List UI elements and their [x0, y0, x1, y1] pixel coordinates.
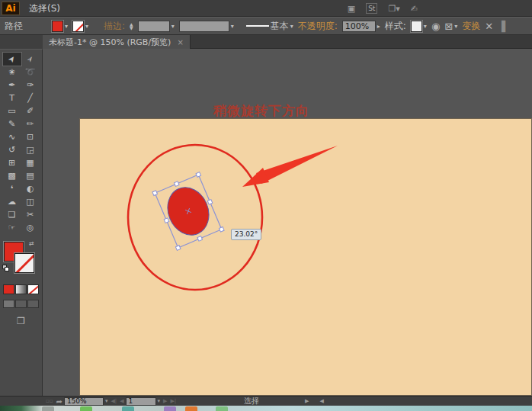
default-fill-stroke-icon[interactable]: [2, 265, 10, 272]
scroll-left-icon[interactable]: ◀: [318, 398, 325, 404]
selection-tool[interactable]: ➤: [3, 53, 21, 66]
width-tool[interactable]: ∿: [3, 130, 21, 143]
stroke-weight-stepper[interactable]: ▲▼: [130, 22, 133, 30]
first-artboard-icon[interactable]: ◀|: [109, 398, 118, 404]
cs-live-icon[interactable]: ✍: [411, 4, 418, 14]
artboard-dropdown-icon[interactable]: ▾: [156, 398, 162, 404]
menubar-right-icons: ▣St❐▾✍: [348, 0, 418, 17]
artboard-number-field[interactable]: 1: [126, 397, 156, 406]
perspective-grid-tool[interactable]: ▦: [21, 156, 40, 169]
windows-taskbar[interactable]: [0, 406, 532, 411]
taskbar-app-1[interactable]: [42, 406, 54, 411]
status-hint-icon: ▫▫: [44, 398, 55, 404]
pencil-tool[interactable]: ✎: [3, 117, 21, 130]
tools-panel: ➤➢✬➰✒✑T╱▭✐✎✏∿⊡↺◲⊞▦▩▤❛◐☁◫❏✂☞◎ ⇄ ❐: [0, 49, 43, 396]
stroke-swatch[interactable]: [72, 21, 84, 32]
mesh-tool[interactable]: ▩: [3, 169, 21, 182]
gradient-tool[interactable]: ▤: [21, 169, 40, 182]
zoom-level-field[interactable]: 150%: [64, 397, 104, 406]
app-logo: Ai: [2, 2, 20, 15]
add-anchor-point-tool[interactable]: ✑: [21, 79, 40, 92]
free-transform-tool[interactable]: ⊡: [21, 130, 40, 143]
brush-definition-value: 基本: [271, 20, 289, 33]
stroke-color-proxy[interactable]: [14, 253, 34, 273]
type-tool[interactable]: T: [3, 92, 21, 104]
graph-tool[interactable]: ◫: [21, 195, 40, 208]
taskbar-app-2[interactable]: [80, 406, 92, 411]
gradient-button[interactable]: [15, 284, 27, 294]
control-bar: 路径 ▾ ▾ 描边: ▲▼ ▾ ▾ 基本 ▾ 不透明度: 100% ▸ 样式: …: [0, 17, 532, 35]
blend-tool[interactable]: ◐: [21, 182, 40, 195]
status-bar: ▫▫ ➦ 150% ▾ ◀| ◀ 1 ▾ ▶ ▶| 选择 ▶ ◀: [0, 396, 532, 406]
fill-color-picker[interactable]: ▾: [52, 21, 68, 32]
transform-link[interactable]: 变换: [462, 20, 480, 33]
canvas-annotation-text: 稍微旋转下方向: [213, 102, 309, 120]
stroke-color-picker[interactable]: ▾: [72, 21, 88, 32]
brush-definition-dropdown[interactable]: 基本 ▾: [246, 20, 293, 33]
close-icon[interactable]: ×: [177, 38, 183, 47]
shape-builder-tool[interactable]: ⊞: [3, 156, 21, 169]
style-swatch[interactable]: [411, 21, 422, 32]
arrange-documents-icon[interactable]: ▣: [348, 4, 355, 14]
color-button[interactable]: [3, 284, 14, 294]
line-segment-tool[interactable]: ╱: [21, 92, 40, 104]
swap-fill-stroke-icon[interactable]: ⇄: [29, 240, 34, 247]
opacity-dropdown[interactable]: 100% ▸: [342, 21, 380, 32]
stroke-weight-label[interactable]: 描边:: [104, 20, 125, 33]
direct-selection-tool[interactable]: ➢: [21, 53, 40, 66]
opacity-link[interactable]: 不透明度:: [298, 20, 338, 33]
fill-swatch[interactable]: [52, 21, 63, 32]
chevron-down-icon: ▾: [171, 23, 175, 30]
stroke-weight-value[interactable]: [138, 21, 170, 32]
taskbar-app-5[interactable]: [185, 406, 197, 411]
select-similar-dropdown[interactable]: ⊠ ▾: [444, 21, 457, 32]
rotate-tool[interactable]: ↺: [3, 143, 21, 156]
stroke-weight-dropdown[interactable]: ▾: [138, 21, 175, 32]
draw-normal-button[interactable]: [3, 300, 14, 308]
draw-behind-button[interactable]: [15, 300, 27, 308]
hand-tool[interactable]: ☞: [3, 221, 21, 234]
last-artboard-icon[interactable]: ▶|: [168, 398, 178, 404]
recolor-artwork-icon[interactable]: ◉: [431, 21, 440, 32]
taskbar-app-4[interactable]: [164, 406, 176, 411]
prev-artboard-icon[interactable]: ◀: [118, 398, 125, 404]
taskbar-app-6[interactable]: [216, 406, 228, 411]
selection-type-label: 路径: [5, 20, 23, 33]
document-tab[interactable]: 未标题-1* @ 150% (RGB/预览) ×: [43, 35, 191, 49]
scroll-right-icon[interactable]: ▶: [303, 398, 310, 404]
scale-tool[interactable]: ◲: [21, 143, 40, 156]
taskbar-app-3[interactable]: [122, 406, 134, 411]
canvas-artwork: [79, 118, 532, 396]
paintbrush-tool[interactable]: ✐: [21, 104, 40, 117]
zoom-dropdown-icon[interactable]: ▾: [104, 398, 110, 404]
width-profile-dropdown[interactable]: ▾: [179, 21, 234, 32]
pasteboard[interactable]: 稍微旋转下方向 23.02°: [43, 49, 532, 396]
align-icon[interactable]: ✕: [485, 21, 493, 32]
workspace-switcher-icon[interactable]: ❐▾: [388, 4, 399, 14]
screen-mode-button[interactable]: ❐: [0, 316, 42, 326]
artboard-tool[interactable]: ❏: [3, 208, 21, 221]
st-icon[interactable]: St: [366, 3, 377, 14]
chevron-down-icon: ▾: [65, 23, 68, 30]
rectangle-tool[interactable]: ▭: [3, 104, 21, 117]
opacity-value[interactable]: 100%: [342, 21, 376, 32]
symbol-sprayer-tool[interactable]: ☁: [3, 195, 21, 208]
zoom-tool[interactable]: ◎: [21, 221, 40, 234]
next-artboard-icon[interactable]: ▶: [162, 398, 168, 404]
none-button[interactable]: [27, 284, 39, 294]
style-picker[interactable]: ▾: [411, 21, 427, 32]
pen-tool[interactable]: ✒: [3, 79, 21, 92]
lasso-tool[interactable]: ➰: [21, 66, 40, 79]
width-profile-value[interactable]: [179, 21, 229, 32]
menu-select[interactable]: 选择(S): [23, 0, 69, 17]
blob-brush-tool[interactable]: ✏: [21, 117, 40, 130]
eyedropper-tool[interactable]: ❛: [3, 182, 21, 195]
menu-bar: Ai 文件(F)编辑(E)对象(O)文字(T)选择(S)效果(C)视图(V)窗口…: [0, 0, 532, 17]
slice-tool[interactable]: ✂: [21, 208, 40, 221]
panel-menu-icon[interactable]: ▐: [498, 21, 505, 32]
select-similar-icon[interactable]: ⊠: [444, 21, 453, 32]
magic-wand-tool[interactable]: ✬: [3, 66, 21, 79]
draw-inside-button[interactable]: [27, 300, 39, 308]
drawing-mode-buttons: [0, 300, 42, 308]
share-icon[interactable]: ➦: [55, 397, 64, 406]
